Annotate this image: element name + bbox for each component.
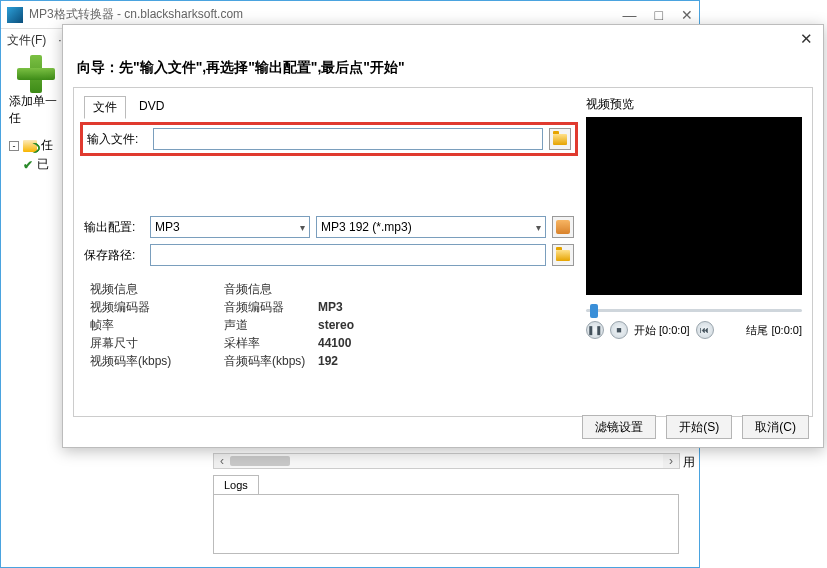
lower-area: ‹ › Logs <box>213 453 680 554</box>
video-bitrate-label: 视频码率(kbps) <box>90 352 176 370</box>
video-fps-label: 帧率 <box>90 316 176 334</box>
format-select[interactable]: MP3 ▾ <box>150 216 310 238</box>
audio-sample-label: 采样率 <box>224 334 310 352</box>
folder-open-icon <box>556 250 570 261</box>
video-codec-label: 视频编码器 <box>90 298 176 316</box>
audio-sample-value: 44100 <box>318 334 351 352</box>
preview-label: 视频预览 <box>586 96 802 113</box>
folder-refresh-icon <box>23 140 37 152</box>
media-info: 视频信息 视频编码器 帧率 屏幕尺寸 视频码率(kbps) 音频信息 音频编码器… <box>84 276 574 374</box>
stop-button[interactable]: ■ <box>610 321 628 339</box>
close-icon[interactable]: ✕ <box>800 30 813 48</box>
cancel-button[interactable]: 取消(C) <box>742 415 809 439</box>
profile-select[interactable]: MP3 192 (*.mp3) ▾ <box>316 216 546 238</box>
start-time: [0:0:0] <box>659 324 690 336</box>
app-icon <box>7 7 23 23</box>
chevron-down-icon: ▾ <box>536 222 541 233</box>
scroll-right-icon[interactable]: › <box>663 454 679 468</box>
end-time: [0:0:0] <box>771 324 802 336</box>
audio-codec-value: MP3 <box>318 298 343 316</box>
close-icon[interactable]: ✕ <box>681 7 693 23</box>
logs-textarea[interactable] <box>213 494 679 554</box>
browse-input-button[interactable] <box>549 128 571 150</box>
tree-label: 已 <box>37 156 49 173</box>
plus-icon <box>17 55 55 93</box>
source-tabs: 文件 DVD <box>84 96 574 119</box>
save-path-field[interactable] <box>150 244 546 266</box>
dialog-footer: 滤镜设置 开始(S) 取消(C) <box>582 415 809 439</box>
dialog-title-bar: ✕ <box>63 25 823 53</box>
input-file-label: 输入文件: <box>87 131 147 148</box>
wizard-dialog: ✕ 向导：先"输入文件",再选择"输出配置",最后点"开始" 文件 DVD 输入… <box>62 24 824 448</box>
slider-thumb[interactable] <box>590 304 598 318</box>
folder-open-icon <box>553 134 567 145</box>
tab-file[interactable]: 文件 <box>84 96 126 119</box>
chevron-down-icon: ▾ <box>300 222 305 233</box>
save-path-input[interactable] <box>155 248 541 262</box>
input-file-field[interactable] <box>153 128 543 150</box>
check-icon: ✔ <box>23 158 33 172</box>
input-file-highlight: 输入文件: <box>80 122 578 156</box>
scroll-left-icon[interactable]: ‹ <box>214 454 230 468</box>
horizontal-scrollbar[interactable]: ‹ › <box>213 453 680 469</box>
profile-value: MP3 192 (*.mp3) <box>321 220 412 234</box>
save-path-label: 保存路径: <box>84 247 144 264</box>
video-info-title: 视频信息 <box>90 280 184 298</box>
minimize-icon[interactable]: — <box>623 7 637 23</box>
audio-info: 音频信息 音频编码器MP3 声道stereo 采样率44100 音频码率(kbp… <box>224 280 354 370</box>
start-button[interactable]: 开始(S) <box>666 415 732 439</box>
tool-icon <box>556 220 570 234</box>
tab-logs[interactable]: Logs <box>213 475 259 494</box>
dialog-header: 向导：先"输入文件",再选择"输出配置",最后点"开始" <box>63 53 823 87</box>
end-label: 结尾 <box>746 323 768 338</box>
input-file-input[interactable] <box>158 132 538 146</box>
filter-settings-button[interactable]: 滤镜设置 <box>582 415 656 439</box>
output-config-label: 输出配置: <box>84 219 144 236</box>
format-value: MP3 <box>155 220 180 234</box>
audio-bitrate-value: 192 <box>318 352 338 370</box>
maximize-icon[interactable]: □ <box>655 7 663 23</box>
scroll-thumb[interactable] <box>230 456 290 466</box>
mark-start-button[interactable]: ⏮ <box>696 321 714 339</box>
seek-slider[interactable] <box>586 303 802 317</box>
video-info: 视频信息 视频编码器 帧率 屏幕尺寸 视频码率(kbps) <box>90 280 184 370</box>
audio-channel-label: 声道 <box>224 316 310 334</box>
add-single-task-button[interactable]: 添加单一任 <box>9 55 63 127</box>
tree-collapse-icon[interactable]: - <box>9 141 19 151</box>
playback-controls: ❚❚ ■ 开始[0:0:0] ⏮ 结尾[0:0:0] <box>586 321 802 339</box>
tab-dvd[interactable]: DVD <box>130 96 173 119</box>
profile-settings-button[interactable] <box>552 216 574 238</box>
right-trunc-label: 用 <box>683 454 695 471</box>
browse-save-button[interactable] <box>552 244 574 266</box>
tree-label: 任 <box>41 137 53 154</box>
video-preview <box>586 117 802 295</box>
add-label: 添加单一任 <box>9 93 63 127</box>
video-size-label: 屏幕尺寸 <box>90 334 176 352</box>
audio-bitrate-label: 音频码率(kbps) <box>224 352 310 370</box>
main-window-title: MP3格式转换器 - cn.blacksharksoft.com <box>29 6 623 23</box>
menu-file[interactable]: 文件(F) <box>7 32 46 49</box>
audio-channel-value: stereo <box>318 316 354 334</box>
audio-info-title: 音频信息 <box>224 280 354 298</box>
pause-button[interactable]: ❚❚ <box>586 321 604 339</box>
start-label: 开始 <box>634 323 656 338</box>
audio-codec-label: 音频编码器 <box>224 298 310 316</box>
